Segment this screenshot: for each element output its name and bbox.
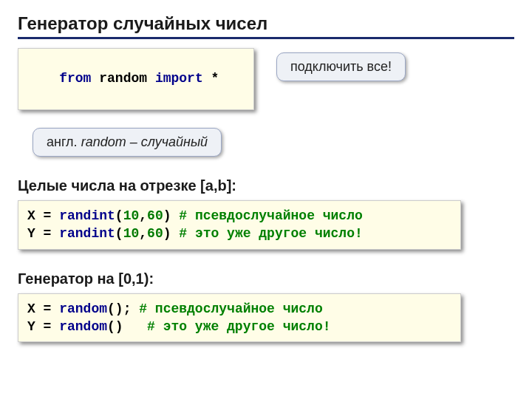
kw-from: from [59, 71, 91, 86]
comment1b: # это уже другое число! [171, 226, 363, 241]
fn-random2: random [59, 319, 107, 334]
section-unit-interval: Генератор на [0,1): [18, 270, 514, 287]
module-name: random [99, 71, 147, 86]
var-y2: Y [27, 319, 35, 334]
callout-random-meaning: англ. random – случайный [33, 128, 222, 157]
var-y1: Y [27, 226, 35, 241]
comment1a: # псевдослучайное число [171, 208, 363, 223]
callout-connect-all: подключить все! [276, 52, 406, 81]
fn-randint1: randint [59, 208, 115, 223]
callout2-prefix: англ. [47, 134, 81, 149]
comment2a: # псевдослучайное число [131, 301, 322, 316]
section-int-range: Целые числа на отрезке [a,b]: [18, 177, 514, 194]
callout2-italic: random – случайный [81, 134, 208, 149]
fn-random1: random [59, 301, 107, 316]
var-x1: X [27, 208, 35, 223]
var-x2: X [27, 301, 35, 316]
code-random: X = random(); # псевдослучайное число Y … [18, 293, 461, 343]
code-randint: X = randint(10,60) # псевдослучайное чис… [18, 200, 461, 250]
import-code-box: from random import * [18, 48, 254, 110]
kw-import: import [155, 71, 203, 86]
import-star: * [211, 71, 219, 86]
page-title: Генератор случайных чисел [18, 13, 514, 39]
fn-randint2: randint [59, 226, 115, 241]
comment2b: # это уже другое число! [139, 319, 330, 334]
